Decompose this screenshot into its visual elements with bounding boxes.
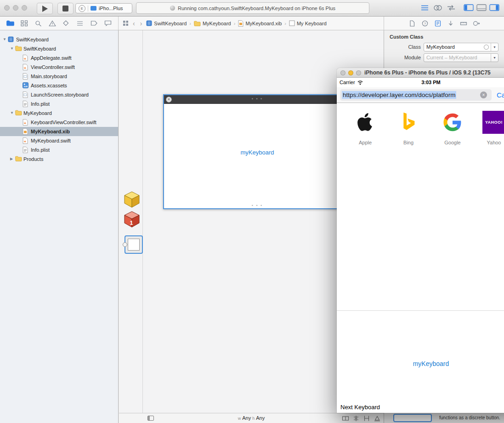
minimize-window-button[interactable] [13,5,18,11]
project-navigator-icon[interactable] [6,20,14,26]
device-screen: Carrier 3:03 PM https://developer.layer.… [337,78,504,413]
zoom-window-button[interactable] [22,5,27,11]
stack-button[interactable] [342,415,349,422]
breadcrumb-item-my-keyboard[interactable]: My Keyboard [289,20,327,26]
quick-help-inspector-icon[interactable]: ? [421,20,429,27]
favorite-label: Bing [403,140,413,145]
favorite-google[interactable]: Google [436,111,469,145]
tree-item-appdelegate-swift[interactable]: AppDelegate.swift [0,53,118,63]
test-navigator-icon[interactable] [62,20,70,27]
breadcrumb-item-swiftkeyboard[interactable]: SwiftKeyboard [146,20,187,26]
scheme-selector[interactable]: E iPho...Plus [75,3,132,13]
align-button[interactable] [352,415,360,422]
clear-url-button[interactable]: × [480,91,487,98]
run-button[interactable] [37,3,53,14]
first-responder-object[interactable]: 1 [124,211,140,228]
tree-item-mykeyboard-xib[interactable]: MyKeyboard.xib [0,127,118,136]
symbol-navigator-icon[interactable] [21,20,28,27]
forward-button[interactable]: › [139,20,143,27]
report-navigator-icon[interactable] [104,20,112,27]
view-icon [289,20,295,26]
view-object-thumbnail[interactable] [125,235,143,254]
apple-logo [357,111,374,134]
module-combobox[interactable]: Current – MyKeyboard ▼ [424,53,498,62]
top-resize-handle[interactable]: • • • [252,97,263,101]
tree-item-swiftkeyboard[interactable]: ▼SwiftKeyboard [0,44,118,53]
file-inspector-icon[interactable] [408,20,416,27]
attributes-inspector-icon[interactable] [447,20,454,27]
library-filter-field[interactable] [393,414,432,422]
stop-button[interactable] [57,3,74,14]
breadcrumb-separator: › [284,21,286,26]
tree-item-keyboardviewcontroller-swift[interactable]: KeyboardViewController.swift [0,118,118,127]
pin-button[interactable] [363,415,370,422]
toggle-navigator-panel-button[interactable] [464,4,474,11]
disclosure-triangle[interactable]: ▼ [3,37,6,41]
toggle-debug-panel-button[interactable] [476,4,487,11]
favorite-bing[interactable]: Bing [392,111,425,145]
issue-navigator-icon[interactable] [49,20,56,27]
stepper-icon[interactable] [484,45,489,50]
bing-logo [401,111,416,134]
class-combobox[interactable]: MyKeyboard ▼ [424,43,498,51]
tree-item-info-plist[interactable]: Info.plist [0,145,118,154]
sim-zoom-button[interactable] [356,70,361,75]
swift-icon [23,55,28,61]
bottom-resize-handle[interactable]: • • • [252,203,263,208]
close-scene-button[interactable]: × [166,97,172,103]
back-button[interactable]: ‹ [132,20,136,27]
tree-item-products[interactable]: ▶Products [0,154,118,164]
resolve-button[interactable] [374,415,381,422]
favorite-apple[interactable]: Apple [349,111,381,145]
toggle-utilities-panel-button[interactable] [489,4,499,11]
tree-item-viewcontroller-swift[interactable]: ViewController.swift [0,63,118,72]
disclosure-triangle[interactable]: ▶ [10,157,13,161]
standard-editor-button[interactable] [420,5,429,11]
play-icon [42,6,48,12]
search-navigator-icon[interactable] [35,20,42,27]
tree-item-main-storyboard[interactable]: Main.storyboard [0,72,118,81]
document-outline-toggle[interactable] [147,416,154,421]
tree-item-info-plist[interactable]: Info.plist [0,99,118,109]
sim-close-button[interactable] [340,70,345,75]
tree-item-assets-xcassets[interactable]: Assets.xcassets [0,81,118,90]
favorite-yahoo[interactable]: YAHOO!Yahoo [478,111,504,145]
breakpoint-navigator-icon[interactable] [91,20,98,27]
autolayout-buttons [342,415,381,422]
disclosure-triangle[interactable]: ▼ [10,111,14,115]
tree-item-label: Info.plist [31,101,50,107]
simulator-titlebar[interactable]: iPhone 6s Plus - iPhone 6s Plus / iOS 9.… [337,68,504,78]
size-class-control[interactable]: w Any h Any [238,415,265,421]
tree-item-swiftkeyboard[interactable]: ▼SwiftKeyboard [0,35,118,44]
connections-inspector-icon[interactable] [473,20,480,27]
tree-item-mykeyboard-swift[interactable]: MyKeyboard.swift [0,136,118,145]
version-editor-button[interactable] [447,5,456,11]
size-inspector-icon[interactable] [460,20,467,27]
class-dropdown-button[interactable]: ▼ [491,43,498,51]
assistant-editor-button[interactable] [433,5,442,11]
connection-knob[interactable] [123,242,127,247]
url-field[interactable]: https://developer.layer.com/docs/platfor… [340,89,492,101]
breadcrumb-item-mykeyboard-xib[interactable]: MyKeyboard.xib [238,20,282,27]
next-keyboard-button[interactable]: Next Keyboard [340,404,380,411]
module-dropdown-button[interactable]: ▼ [491,54,498,62]
tree-item-launchscreen-storyboard[interactable]: LaunchScreen.storyboard [0,90,118,99]
tree-item-mykeyboard[interactable]: ▼MyKeyboard [0,109,118,118]
sim-minimize-button[interactable] [348,70,353,75]
extension-target-icon: E [79,5,85,12]
breadcrumb-label: MyKeyboard.xib [245,21,282,26]
related-items-icon[interactable] [123,20,129,26]
identity-inspector-icon[interactable] [434,20,442,27]
debug-navigator-icon[interactable] [76,20,84,27]
stop-icon [62,6,68,11]
disclosure-triangle[interactable]: ▼ [10,46,14,51]
cancel-button[interactable]: Cancel [497,91,504,99]
breadcrumb-item-mykeyboard[interactable]: MyKeyboard [194,21,231,26]
tree-item-label: MyKeyboard.xib [31,129,70,134]
yellow-cube-icon [124,191,140,208]
scheme-divider [88,6,88,11]
close-window-button[interactable] [4,5,10,11]
ios-simulator-window[interactable]: iPhone 6s Plus - iPhone 6s Plus / iOS 9.… [337,68,504,413]
height-value: Any [256,415,265,421]
files-owner-object[interactable] [124,191,140,208]
